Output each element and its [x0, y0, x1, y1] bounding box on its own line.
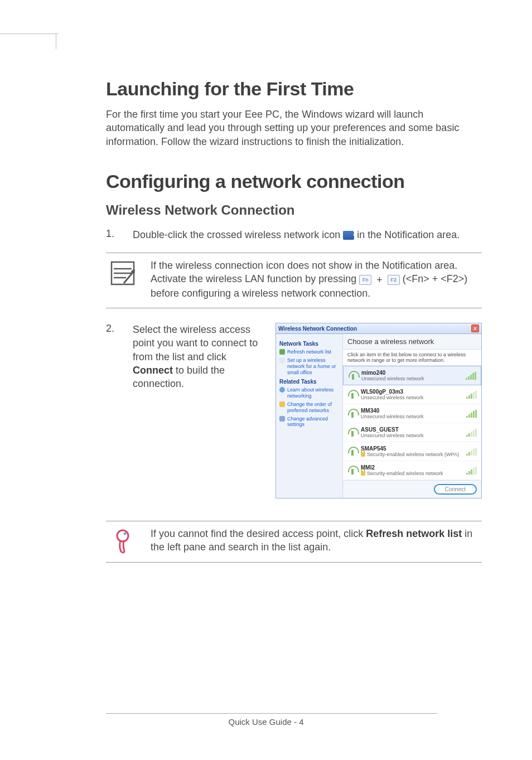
close-icon[interactable]: × [471, 325, 479, 332]
sidebar-heading-network-tasks: Network Tasks [279, 341, 339, 347]
svg-point-1 [117, 530, 128, 541]
lock-icon [361, 471, 365, 476]
wireless-dialog-screenshot: Wireless Network Connection × Network Ta… [275, 323, 482, 498]
step-2-number: 2. [106, 323, 119, 390]
network-list: mimo240Unsecured wireless networkWL500gP… [343, 366, 481, 480]
antenna-icon [347, 390, 357, 400]
network-name: ASUS_GUEST [361, 427, 463, 433]
fn-key-icon: Fn [359, 275, 371, 285]
heading-configuring: Configuring a network connection [106, 171, 482, 192]
network-subtext: Unsecured wireless network [361, 414, 463, 419]
network-subtext: Unsecured wireless network [361, 376, 462, 381]
step-2-part-a: Select the wireless access point you wan… [133, 324, 258, 362]
network-name: mimo240 [361, 370, 462, 376]
network-item[interactable]: SMAP545Security-enabled wireless network… [343, 442, 481, 461]
sidebar-heading-related-tasks: Related Tasks [279, 379, 339, 385]
network-name: MMI2 [361, 464, 463, 471]
intro-paragraph: For the first time you start your Eee PC… [106, 108, 482, 148]
page-footer: Quick Use Guide - 4 [0, 713, 532, 727]
step-1-number: 1. [106, 228, 119, 241]
plus-sign: + [376, 273, 383, 287]
network-item[interactable]: mimo240Unsecured wireless network [343, 366, 481, 385]
f2-key-icon: F2 [388, 275, 400, 285]
antenna-icon [347, 447, 357, 457]
network-item[interactable]: MMI2Security-enabled wireless network [343, 461, 481, 480]
heading-wireless: Wireless Network Connection [106, 202, 482, 218]
sidebar-link-learn[interactable]: Learn about wireless networking [279, 387, 339, 399]
crop-marks [0, 33, 59, 49]
network-name: MM340 [361, 408, 463, 414]
network-subtext: Security-enabled wireless network (WPA) [361, 452, 463, 457]
signal-bars-icon [466, 410, 477, 418]
wireless-network-tray-icon [343, 231, 354, 240]
antenna-icon [348, 371, 358, 381]
signal-bars-icon [466, 448, 477, 456]
signal-bars-icon [466, 372, 476, 380]
dialog-main-heading: Choose a wireless network [343, 334, 481, 350]
network-subtext: Security-enabled wireless network [361, 471, 463, 476]
step-1-part-a: Double-click the crossed wireless networ… [133, 229, 343, 240]
antenna-icon [347, 466, 357, 476]
step-2-text: Select the wireless access point you wan… [133, 323, 261, 390]
sidebar-link-setup[interactable]: Set up a wireless network for a home or … [279, 357, 339, 375]
signal-bars-icon [466, 391, 477, 399]
connect-button[interactable]: Connect [434, 484, 477, 495]
network-item[interactable]: WL500gP_03m3Unsecured wireless network [343, 385, 481, 404]
antenna-icon [347, 428, 357, 438]
dialog-title: Wireless Network Connection [278, 326, 357, 332]
note-wireless-icon: If the wireless connection icon does not… [106, 253, 482, 308]
signal-bars-icon [466, 467, 477, 475]
dialog-main-subtext: Click an item in the list below to conne… [343, 350, 481, 366]
network-subtext: Unsecured wireless network [361, 395, 463, 400]
sidebar-link-order[interactable]: Change the order of preferred networks [279, 401, 339, 414]
network-name: WL500gP_03m3 [361, 389, 463, 395]
network-subtext: Unsecured wireless network [361, 433, 463, 438]
svg-point-2 [124, 533, 127, 535]
note-icon [110, 261, 135, 285]
step-1-part-b: in the Notification area. [357, 229, 460, 240]
network-item[interactable]: ASUS_GUESTUnsecured wireless network [343, 423, 481, 442]
network-name: SMAP545 [361, 446, 463, 452]
note2-part-a: If you cannot find the desired access po… [151, 528, 366, 539]
sidebar-link-refresh[interactable]: Refresh network list [279, 349, 339, 355]
antenna-icon [347, 409, 357, 419]
lock-icon [361, 452, 365, 457]
signal-bars-icon [466, 429, 477, 437]
heading-launching: Launching for the First Time [106, 78, 482, 100]
step-2-connect-bold: Connect [133, 365, 173, 376]
note2-bold: Refresh network list [366, 528, 462, 539]
tip-icon [113, 529, 132, 554]
network-item[interactable]: MM340Unsecured wireless network [343, 404, 481, 423]
tip-refresh: If you cannot find the desired access po… [106, 521, 482, 563]
step-1-text: Double-click the crossed wireless networ… [133, 228, 482, 241]
sidebar-link-advanced[interactable]: Change advanced settings [279, 416, 339, 428]
dialog-sidebar: Network Tasks Refresh network list Set u… [276, 334, 343, 498]
